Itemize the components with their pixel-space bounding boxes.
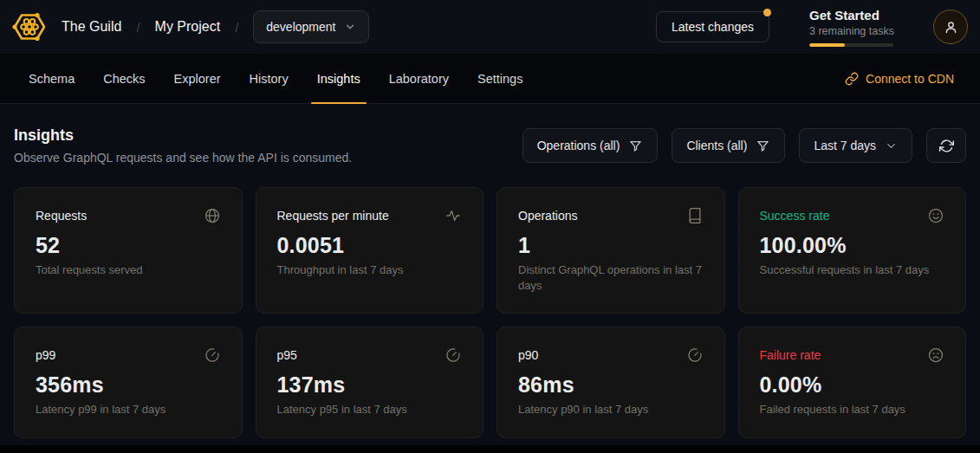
metrics-grid: Requests 52 Total requests served Reques…: [14, 187, 966, 438]
metric-card-success-rate: Success rate 100.00% Successful requests…: [738, 187, 967, 314]
page-title: Insights: [14, 126, 352, 145]
card-value: 356ms: [36, 372, 221, 398]
notification-dot: [763, 9, 771, 16]
card-value: 137ms: [277, 372, 463, 398]
tab-explorer[interactable]: Explorer: [174, 54, 221, 103]
card-value: 100.00%: [760, 233, 945, 258]
metric-card-p99: p99 356ms Latency p99 in last 7 days: [14, 327, 243, 437]
card-value: 0.00%: [760, 372, 945, 398]
card-title: p99: [36, 348, 55, 362]
get-started-title: Get Started: [809, 8, 893, 23]
metric-card-p90: p90 86ms Latency p90 in last 7 days: [496, 327, 725, 437]
book-icon: [686, 207, 704, 224]
clients-filter-button[interactable]: Clients (all): [672, 128, 785, 163]
insights-page: Insights Observe GraphQL requests and se…: [0, 104, 980, 438]
next-section-edge: [0, 445, 980, 453]
get-started-progress-bar: [809, 43, 893, 47]
card-title: Operations: [518, 209, 577, 223]
page-subtitle: Observe GraphQL requests and see how the…: [14, 151, 352, 165]
tab-history[interactable]: History: [250, 54, 289, 103]
card-subtitle: Successful requests in last 7 days: [760, 262, 945, 278]
hive-logo-icon[interactable]: [12, 11, 47, 42]
filter-funnel-icon: [628, 139, 643, 153]
tab-laboratory[interactable]: Laboratory: [389, 54, 449, 103]
tab-checks[interactable]: Checks: [103, 54, 145, 103]
period-select-value: Last 7 days: [814, 139, 876, 152]
tab-insights[interactable]: Insights: [317, 54, 360, 103]
environment-selector-value: development: [266, 20, 335, 34]
get-started-subtitle: 3 remaining tasks: [809, 25, 893, 37]
target-navbar: Schema Checks Explorer History Insights …: [0, 54, 980, 104]
link-icon: [845, 72, 859, 86]
tab-schema[interactable]: Schema: [29, 54, 75, 103]
get-started-widget[interactable]: Get Started 3 remaining tasks: [809, 8, 893, 47]
metric-card-operations: Operations 1 Distinct GraphQL operations…: [496, 187, 725, 314]
card-title: p90: [518, 348, 538, 362]
gauge-icon: [204, 346, 221, 364]
card-title: Requests per minute: [277, 209, 389, 223]
card-subtitle: Total requests served: [36, 262, 221, 278]
clients-filter-label: Clients (all): [686, 139, 747, 152]
connect-to-cdn-link[interactable]: Connect to CDN: [845, 72, 954, 86]
breadcrumb-org[interactable]: The Guild: [62, 19, 121, 35]
metric-card-requests-per-minute: Requests per minute 0.0051 Throughput in…: [256, 187, 484, 314]
connect-to-cdn-label: Connect to CDN: [866, 72, 954, 86]
chevron-down-icon: [344, 21, 356, 33]
operations-filter-label: Operations (all): [537, 139, 620, 152]
frown-icon: [927, 346, 944, 364]
latest-changes-button[interactable]: Latest changes: [656, 11, 769, 42]
chevron-down-icon: [885, 139, 898, 152]
card-subtitle: Latency p99 in last 7 days: [36, 402, 221, 417]
metric-card-p95: p95 137ms Latency p95 in last 7 days: [256, 327, 484, 437]
gauge-icon: [686, 346, 704, 364]
smile-icon: [927, 207, 944, 224]
operations-filter-button[interactable]: Operations (all): [522, 128, 659, 163]
nav-tabs: Schema Checks Explorer History Insights …: [29, 54, 522, 103]
card-title: Requests: [36, 209, 87, 223]
filter-funnel-icon: [756, 139, 770, 153]
period-select-button[interactable]: Last 7 days: [799, 128, 912, 163]
breadcrumb-separator: /: [235, 20, 238, 35]
filters-toolbar: Operations (all) Clients (all) Last 7 da…: [522, 128, 966, 163]
user-avatar[interactable]: [933, 10, 968, 44]
card-value: 1: [518, 233, 704, 258]
app-header: The Guild / My Project / development Lat…: [0, 0, 980, 54]
gauge-icon: [445, 346, 462, 364]
card-subtitle: Throughput in last 7 days: [277, 262, 463, 278]
card-title: Failure rate: [760, 348, 821, 362]
card-subtitle: Latency p90 in last 7 days: [518, 402, 704, 417]
globe-icon: [204, 207, 221, 224]
card-subtitle: Failed requests in last 7 days: [760, 402, 945, 417]
activity-icon: [445, 207, 462, 224]
refresh-icon: [939, 139, 954, 153]
refresh-button[interactable]: [926, 128, 966, 163]
latest-changes-label: Latest changes: [672, 20, 754, 34]
card-subtitle: Latency p95 in last 7 days: [277, 402, 463, 417]
get-started-progress-fill: [809, 43, 845, 47]
card-value: 86ms: [518, 372, 704, 398]
breadcrumb-project[interactable]: My Project: [155, 19, 221, 35]
metric-card-requests: Requests 52 Total requests served: [14, 187, 243, 314]
card-value: 52: [36, 233, 221, 258]
metric-card-failure-rate: Failure rate 0.00% Failed requests in la…: [738, 327, 967, 437]
card-value: 0.0051: [277, 233, 463, 258]
tab-settings[interactable]: Settings: [477, 54, 522, 103]
card-title: p95: [277, 348, 297, 362]
breadcrumb-separator: /: [136, 20, 140, 35]
page-heading: Insights Observe GraphQL requests and se…: [14, 126, 352, 165]
person-icon: [943, 19, 959, 36]
card-subtitle: Distinct GraphQL operations in last 7 da…: [518, 262, 704, 294]
card-title: Success rate: [760, 209, 830, 223]
environment-selector[interactable]: development: [253, 10, 369, 43]
